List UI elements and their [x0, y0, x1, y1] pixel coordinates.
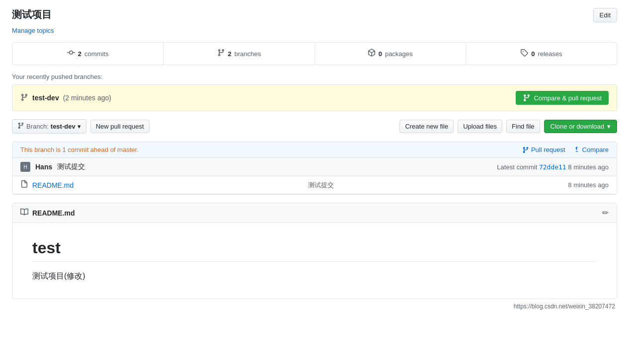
- branch-notification-icon: [20, 93, 28, 103]
- action-bar-right: Create new file Upload files Find file C…: [399, 120, 617, 133]
- create-new-file-button[interactable]: Create new file: [399, 120, 454, 133]
- commit-hash-link[interactable]: 72dde11: [539, 163, 566, 171]
- stats-bar: 2 commits 2 branches 0 packages: [12, 42, 617, 65]
- branches-icon: [217, 49, 225, 59]
- manage-topics-link[interactable]: Manage topics: [12, 27, 54, 34]
- stat-commits[interactable]: 2 commits: [12, 43, 163, 65]
- branch-label: Branch:: [26, 123, 49, 130]
- watermark: https://blog.csdn.net/weixin_38207472: [12, 303, 617, 310]
- packages-icon: [368, 49, 376, 59]
- commit-message: 测试提交: [57, 162, 85, 171]
- edit-button[interactable]: Edit: [593, 8, 617, 22]
- file-row-left: README.md: [20, 180, 74, 190]
- readme-title: README.md: [20, 208, 75, 218]
- commit-actions: Pull request Compare: [522, 146, 609, 153]
- readme-edit-icon[interactable]: ✏: [602, 208, 609, 218]
- stat-packages[interactable]: 0 packages: [315, 43, 466, 65]
- latest-commit-row: H Hans 测试提交 Latest commit 72dde11 8 minu…: [12, 158, 617, 176]
- branch-value: test-dev: [51, 123, 76, 130]
- readme-section: README.md ✏ test 测试项目(修改): [12, 203, 617, 299]
- packages-count: 0: [379, 50, 382, 58]
- compare-pr-button[interactable]: Compare & pull request: [516, 91, 609, 105]
- commits-count: 2: [78, 50, 81, 58]
- chevron-down-icon: ▾: [78, 123, 81, 130]
- stat-releases[interactable]: 0 releases: [466, 43, 617, 65]
- avatar: H: [20, 162, 30, 172]
- branch-info: test-dev (2 minutes ago): [20, 93, 111, 103]
- branches-label: branches: [235, 50, 261, 58]
- clone-label: Clone or download: [550, 123, 604, 130]
- action-bar: Branch: test-dev ▾ New pull request Crea…: [12, 119, 617, 134]
- file-name-link[interactable]: README.md: [32, 181, 74, 189]
- packages-label: packages: [385, 50, 413, 58]
- commits-label: commits: [84, 50, 108, 58]
- action-bar-left: Branch: test-dev ▾ New pull request: [12, 119, 150, 134]
- pull-request-link[interactable]: Pull request: [522, 146, 565, 153]
- new-pull-request-button[interactable]: New pull request: [90, 120, 150, 133]
- file-icon: [20, 180, 28, 190]
- readme-header: README.md ✏: [12, 203, 617, 223]
- latest-commit-right: Latest commit 72dde11 8 minutes ago: [497, 163, 609, 171]
- branches-count: 2: [228, 50, 232, 58]
- stat-branches[interactable]: 2 branches: [163, 43, 314, 65]
- compare-link[interactable]: Compare: [573, 146, 609, 153]
- branch-notification: test-dev (2 minutes ago) Compare & pull …: [12, 84, 617, 111]
- file-time: 8 minutes ago: [568, 181, 609, 189]
- pull-request-label: Pull request: [531, 146, 565, 153]
- commit-time: 8 minutes ago: [568, 163, 609, 171]
- file-commit-msg: 测试提交: [308, 181, 334, 190]
- latest-commit-prefix: Latest commit: [497, 163, 537, 171]
- releases-count: 0: [531, 50, 535, 58]
- file-area: This branch is 1 commit ahead of master.…: [12, 142, 617, 195]
- notification-branch-name: test-dev: [32, 94, 59, 102]
- clone-chevron-icon: ▾: [607, 123, 611, 130]
- commit-author[interactable]: Hans: [35, 163, 52, 171]
- readme-heading: test: [32, 239, 597, 262]
- branch-selector-icon: [17, 122, 24, 131]
- releases-label: releases: [538, 50, 562, 58]
- notification-branch-time: (2 minutes ago): [63, 94, 111, 102]
- branch-selector[interactable]: Branch: test-dev ▾: [12, 119, 86, 134]
- recently-pushed-label: Your recently pushed branches:: [12, 73, 617, 80]
- commits-icon: [67, 49, 75, 59]
- clone-or-download-button[interactable]: Clone or download ▾: [544, 120, 617, 133]
- compare-pr-label: Compare & pull request: [534, 94, 602, 102]
- readme-content: test 测试项目(修改): [12, 223, 617, 298]
- repo-title: 测试项目: [12, 8, 52, 21]
- latest-commit-left: H Hans 测试提交: [20, 162, 85, 172]
- readme-body: 测试项目(修改): [32, 270, 597, 283]
- ahead-message: This branch is 1 commit ahead of master.: [20, 146, 139, 153]
- releases-icon: [520, 49, 528, 59]
- readme-title-text: README.md: [32, 209, 75, 217]
- compare-label: Compare: [582, 146, 609, 153]
- commit-info-bar: This branch is 1 commit ahead of master.…: [12, 142, 617, 158]
- find-file-button[interactable]: Find file: [506, 120, 540, 133]
- file-row: README.md 测试提交 8 minutes ago: [12, 176, 617, 194]
- upload-files-button[interactable]: Upload files: [458, 120, 502, 133]
- readme-icon: [20, 208, 28, 218]
